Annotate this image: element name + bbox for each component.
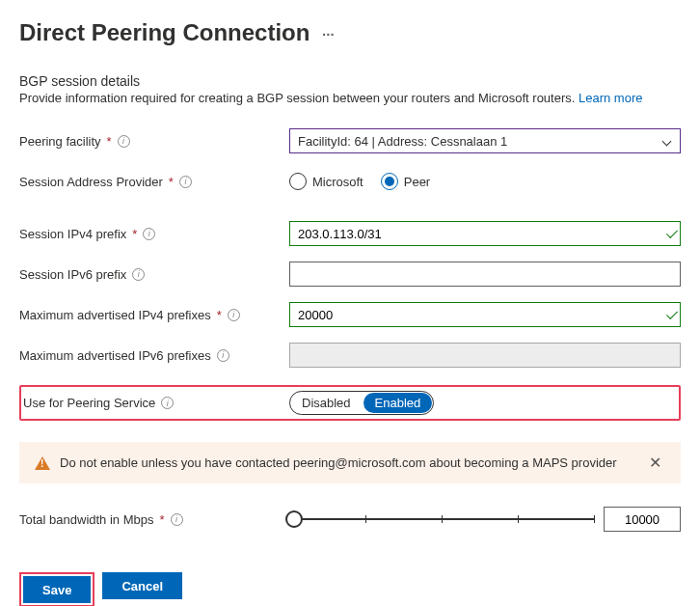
- required-icon: *: [169, 175, 174, 189]
- save-button-highlight: Save: [19, 572, 94, 606]
- cancel-button[interactable]: Cancel: [102, 572, 182, 599]
- bandwidth-label: Total bandwidth in Mbps: [19, 512, 153, 527]
- peering-facility-label: Peering facility: [19, 134, 101, 149]
- chevron-down-icon: [662, 136, 672, 146]
- max-ipv4-label: Maximum advertised IPv4 prefixes: [19, 308, 211, 322]
- toggle-disabled[interactable]: Disabled: [290, 392, 363, 414]
- page-title: Direct Peering Connection: [19, 19, 310, 45]
- close-icon[interactable]: ✕: [645, 454, 665, 472]
- sap-radio-peer[interactable]: Peer: [381, 173, 430, 190]
- warning-icon: [35, 456, 50, 470]
- ipv4-prefix-input[interactable]: [289, 221, 681, 246]
- bandwidth-input[interactable]: [604, 507, 681, 532]
- info-icon[interactable]: i: [171, 513, 183, 526]
- max-ipv6-label: Maximum advertised IPv6 prefixes: [19, 348, 211, 363]
- peering-facility-select[interactable]: FacilityId: 64 | Address: Cessnalaan 1: [289, 128, 681, 153]
- save-button[interactable]: Save: [23, 576, 91, 603]
- info-icon[interactable]: i: [161, 397, 174, 409]
- info-icon[interactable]: i: [217, 349, 229, 362]
- peering-service-highlight: Use for Peering Service i Disabled Enabl…: [19, 385, 681, 421]
- required-icon: *: [159, 512, 164, 527]
- learn-more-link[interactable]: Learn more: [579, 91, 642, 105]
- sap-radio-microsoft[interactable]: Microsoft: [289, 173, 363, 190]
- required-icon: *: [132, 227, 137, 241]
- required-icon: *: [217, 308, 222, 322]
- info-icon[interactable]: i: [132, 268, 145, 281]
- toggle-enabled[interactable]: Enabled: [363, 393, 433, 413]
- peering-service-toggle[interactable]: Disabled Enabled: [289, 391, 434, 415]
- max-ipv4-input[interactable]: [289, 302, 681, 327]
- required-icon: *: [107, 134, 112, 149]
- info-icon[interactable]: i: [118, 135, 130, 148]
- bandwidth-slider[interactable]: [289, 518, 594, 520]
- warning-banner: Do not enable unless you have contacted …: [19, 442, 681, 483]
- ipv6-prefix-label: Session IPv6 prefix: [19, 267, 126, 282]
- sap-label: Session Address Provider: [19, 175, 163, 189]
- peering-service-label: Use for Peering Service: [23, 396, 155, 410]
- ipv6-prefix-input[interactable]: [289, 262, 681, 287]
- section-heading: BGP session details: [19, 73, 681, 89]
- warning-text: Do not enable unless you have contacted …: [60, 455, 617, 470]
- info-icon[interactable]: i: [228, 309, 240, 321]
- max-ipv6-input: [289, 343, 681, 368]
- ipv4-prefix-label: Session IPv4 prefix: [19, 227, 126, 241]
- info-icon[interactable]: i: [143, 228, 155, 240]
- section-description: Provide information required for creatin…: [19, 91, 681, 105]
- more-icon[interactable]: ···: [322, 26, 335, 42]
- info-icon[interactable]: i: [179, 176, 192, 188]
